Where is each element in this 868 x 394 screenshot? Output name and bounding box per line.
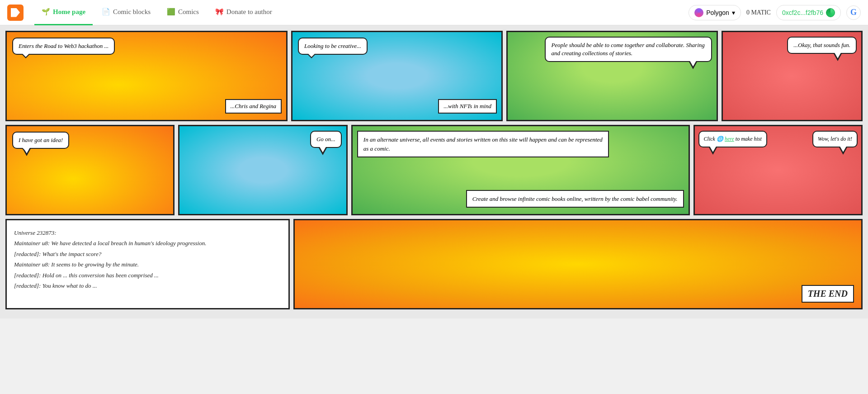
nav-comic-blocks-label: Comic blocks [113,8,151,16]
panel-6-speech: Go on... [310,131,342,148]
nav-comics[interactable]: 🟩 Comics [160,0,206,25]
globe-icon [826,8,835,17]
donate-icon: 🎀 [215,8,224,16]
panel-2-narration: ...with NFTs in mind [438,99,497,114]
panel-9-text: Universe 232873: Maintainer u8: We have … [14,228,206,291]
nav-home-label: Home page [53,8,85,16]
comic-row-1: Enters the Road to Web3 hackathon ... ..… [5,31,863,121]
the-end-label: THE END [808,289,848,299]
nav-links: 🌱 Home page 📄 Comic blocks 🟩 Comics 🎀 Do… [34,0,685,25]
wallet-address-text: 0xcf2c...f2fb76 [782,9,823,16]
panel-2-narration-text: ...with NFTs in mind [443,103,491,109]
nav-home[interactable]: 🌱 Home page [34,0,93,25]
panel-5: I have got an idea! [5,125,175,215]
nav-donate[interactable]: 🎀 Donate to author [208,0,279,25]
logo-icon [11,8,20,17]
panel-3: People should be able to come together a… [506,31,718,121]
panel-9: Universe 232873: Maintainer u8: We have … [5,219,290,309]
wallet-address-button[interactable]: 0xcf2c...f2fb76 [776,5,841,20]
matic-balance: 0 MATIC [746,9,771,16]
panel-2-speech-text: Looking to be creative... [304,43,361,49]
panel-3-speech-text: People should be able to come together a… [551,42,704,57]
network-button[interactable]: Polygon ▾ [689,5,741,20]
nav-comics-label: Comics [178,8,199,16]
panel-1: Enters the Road to Web3 hackathon ... ..… [5,31,288,121]
comics-icon: 🟩 [167,8,175,16]
panel-4-speech-text: ...Okay, that sounds fun. [793,42,850,48]
panel-8-suffix-text: to make hist [736,136,762,142]
panel-2: Looking to be creative... ...with NFTs i… [291,31,503,121]
comic-row-bottom: Universe 232873: Maintainer u8: We have … [5,219,863,309]
google-button[interactable]: G [846,5,861,20]
panel-7-narration-2-text: Create and browse infinite comic books o… [472,195,678,202]
click-here-link[interactable]: here [725,136,734,142]
the-end-box: THE END [802,285,854,303]
panel-8-right-text: Wow, let's do it! [818,136,852,142]
panel-8-speech-right: Wow, let's do it! [812,131,858,147]
panel-6-speech-text: Go on... [316,136,335,142]
home-icon: 🌱 [42,8,50,16]
panel-8-click-text: Click [704,136,717,142]
panel-7-narration-1-text: In an alternate universe, all events and… [363,136,603,152]
chevron-down-icon: ▾ [732,9,735,16]
panel-1-narration: ...Chris and Regina [225,99,282,114]
panel-1-speech-text: Enters the Road to Web3 hackathon ... [19,43,108,49]
network-name: Polygon [706,9,729,16]
the-end-text: THE END [802,285,854,303]
panel-4-speech: ...Okay, that sounds fun. [787,37,857,54]
panel-5-speech-text: I have got an idea! [19,137,63,143]
nav-donate-label: Donate to author [226,8,272,16]
panel-1-speech: Enters the Road to Web3 hackathon ... [12,38,115,55]
navbar: 🌱 Home page 📄 Comic blocks 🟩 Comics 🎀 Do… [0,0,868,25]
panel-7-narration-2: Create and browse infinite comic books o… [466,190,684,208]
panel-10: THE END [293,219,863,309]
comic-blocks-icon: 📄 [102,8,110,16]
panel-6: Go on... [178,125,347,215]
panel-5-speech: I have got an idea! [12,132,69,149]
comic-main: Enters the Road to Web3 hackathon ... ..… [0,25,868,318]
panel-3-speech: People should be able to come together a… [545,37,712,62]
panel-7-narration-1: In an alternate universe, all events and… [357,131,609,157]
panel-8-speech-left: Click 🌐 here to make hist [698,131,767,147]
panel-8: Click 🌐 here to make hist Wow, let's do … [693,125,863,215]
app-logo[interactable] [7,5,24,21]
nav-comic-blocks[interactable]: 📄 Comic blocks [94,0,158,25]
panel-1-narration-text: ...Chris and Regina [231,103,276,109]
comic-row-2: I have got an idea! Go on... In an alter… [5,125,863,215]
globe-emoji-icon: 🌐 [717,136,723,142]
polygon-icon [694,8,703,17]
panel-2-speech: Looking to be creative... [298,38,368,55]
panel-4: ...Okay, that sounds fun. [722,31,863,121]
panel-7: In an alternate universe, all events and… [351,125,690,215]
nav-right: Polygon ▾ 0 MATIC 0xcf2c...f2fb76 G [689,5,861,20]
